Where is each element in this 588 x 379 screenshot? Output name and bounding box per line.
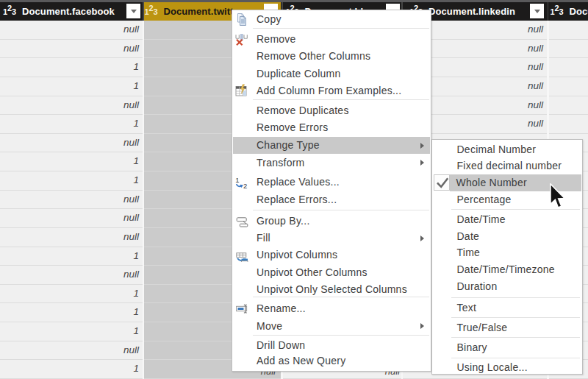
svg-text:1: 1 bbox=[235, 176, 240, 184]
svg-text:2: 2 bbox=[243, 182, 248, 189]
